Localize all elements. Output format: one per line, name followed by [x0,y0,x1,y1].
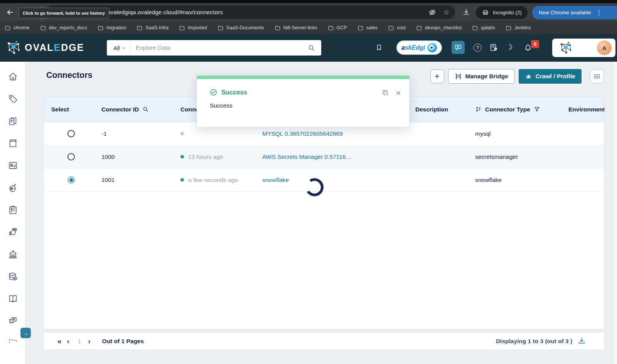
open-book-icon [8,293,18,304]
support-tools-button[interactable] [452,41,465,54]
page-scrollbar[interactable] [613,62,617,364]
sidebar-item-data-catalog[interactable] [8,116,18,126]
bookmark-folder[interactable]: dev_reports_docs [40,25,87,31]
first-page-icon[interactable]: « [57,337,62,345]
release-notes-button[interactable] [489,43,498,52]
bookmarks-bar: chromedev_reports_docsmigrationSaaS-Infr… [0,21,617,34]
documents-copy-icon [8,116,18,126]
back-button[interactable] [5,8,15,17]
more-menu-icon[interactable]: ⋮ [596,8,602,17]
ovaledge-mark-dark-icon [558,40,573,55]
column-search-icon[interactable] [142,106,149,113]
chevron-down-icon: ∨ [122,46,125,50]
dark-mode-toggle[interactable]: ☾ [506,42,513,52]
sidebar-item-collaboration[interactable] [8,315,18,326]
user-menu[interactable]: A [552,39,615,57]
release-notes-icon [489,43,498,52]
add-connector-button[interactable]: + [430,69,444,83]
prev-page-icon[interactable]: ‹ [67,337,69,345]
sidebar-item-reports[interactable] [8,160,18,171]
bookmark-folder[interactable]: sales [357,25,378,31]
search-icon[interactable] [307,44,315,52]
robot-icon [8,183,18,193]
bookmark-folder[interactable]: migration [98,25,126,31]
url-text[interactable]: ovaledgiqa.ovaledge.cloud/#nav/connector… [107,5,223,19]
sidebar-expand-button[interactable]: → [20,328,31,338]
bookmark-folder[interactable]: devops_checklist [416,25,462,31]
sidebar-item-data-quality[interactable] [8,271,18,282]
connector-id-cell: -1 [94,130,173,137]
copy-icon[interactable] [381,88,389,97]
manage-bridge-button[interactable]: Manage Bridge [448,69,515,84]
export-download-icon[interactable] [578,337,586,345]
tag-icon [8,94,18,104]
bookmark-label: Jenkins [514,25,531,30]
col-environment[interactable]: Environment [554,106,604,113]
connector-name-link[interactable]: MYSQL 0.3657022605642869 [262,130,343,137]
askedgi-button[interactable]: askEdgi [396,40,442,55]
col-connector-type[interactable]: Connector Type [471,106,554,113]
sidebar-item-tags[interactable] [8,94,18,104]
saved-items-button[interactable] [375,44,383,51]
downloads-button[interactable] [462,8,470,17]
current-page[interactable]: 1 [78,338,81,344]
screen: ovaledgiqa.ovaledge.cloud/#nav/connector… [0,0,617,364]
bookmark-folder[interactable]: Nifi-Server-links [275,25,317,31]
bookmark-folder[interactable]: Imported [179,25,207,31]
connector-name-link[interactable]: AWS Secrets Manager 0.57116… [262,153,352,160]
bookmark-star-icon[interactable]: ☆ [443,8,450,17]
sort-icon[interactable] [475,106,482,113]
bookmark-folder[interactable]: SaaS-Documents [217,25,264,31]
pagination: « ‹ 1 › Out of 1 Pages [57,337,144,345]
ovaledge-logo[interactable]: OVALEDGE [5,39,84,56]
col-connector-id[interactable]: Connector ID [94,106,173,113]
sidebar-item-tasks[interactable] [8,205,18,215]
sidebar-item-ai-assistant[interactable] [8,183,18,193]
global-search[interactable]: All ∨ Explore Data [107,40,321,56]
bookmark-folder[interactable]: Jenkins [506,25,531,31]
connectors-table: Select Connector ID Connection Descripti… [43,96,605,330]
incognito-badge[interactable]: Incognito (2) [476,6,528,19]
help-button[interactable]: ? [474,44,482,52]
bookmark-folder[interactable]: GCP [328,25,347,31]
eye-off-icon[interactable] [428,8,437,17]
sidebar-item-home[interactable] [8,71,18,82]
row-select-radio[interactable] [67,176,75,184]
bookmark-folder[interactable]: cost [388,25,406,31]
sidebar-item-governance[interactable] [8,249,18,260]
status-ok-dot [180,178,184,182]
row-select-radio[interactable] [67,153,75,160]
bookmark-folder[interactable]: SaaS-Infra [137,25,169,31]
next-page-icon[interactable]: › [88,337,90,345]
sidebar-item-endorsements[interactable] [8,227,18,238]
bookmark-label: Imported [188,25,207,30]
forward-tooltip: Click to go forward, hold to see history [19,8,109,19]
search-placeholder[interactable]: Explore Data [136,44,170,51]
sidebar-item-projects[interactable] [8,335,18,345]
chrome-update-button[interactable]: New Chrome available ⋮ [532,6,617,19]
avatar[interactable]: A [597,40,612,55]
table-row: 1001a few seconds agosnowflakesnowflake [44,169,604,192]
connector-name-link[interactable]: snowflake [262,177,289,184]
bookmark-folder[interactable]: qalabs [472,25,495,31]
bookmark-label: sales [366,25,378,30]
sidebar-item-data-stories[interactable] [8,138,18,148]
crawler-spider-icon [525,73,532,80]
folder-icon [472,25,478,31]
filter-icon[interactable] [534,106,540,113]
row-select-radio[interactable] [67,130,75,137]
close-icon[interactable]: × [396,89,401,97]
connector-id-cell: 1001 [94,177,173,184]
sidebar-item-glossary[interactable] [8,293,18,304]
crawl-profile-button[interactable]: Crawl / Profile [519,69,582,84]
table-row: 100013 hours agoAWS Secrets Manager 0.57… [44,145,604,169]
search-scope-dropdown[interactable]: All ∨ [107,45,130,51]
grid-view-button[interactable] [590,69,604,83]
crawl-profile-label: Crawl / Profile [536,73,575,80]
toast-accent-bar [197,76,410,79]
connector-type-cell: mysql [471,130,554,137]
bookmark-folder[interactable]: chrome [5,25,30,31]
bookmark-label: Nifi-Server-links [283,25,317,30]
logo-mark-icon [5,39,22,56]
app-header: OVALEDGE All ∨ Explore Data askEdgi ? [0,34,617,62]
